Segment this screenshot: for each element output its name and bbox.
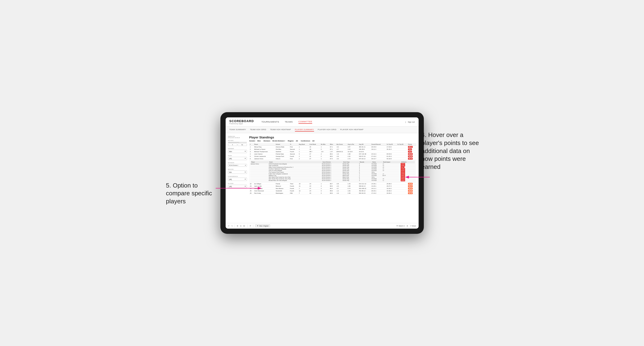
share-button[interactable]: ↗ Share — [410, 225, 416, 227]
gender-select[interactable]: Men ▾ — [228, 150, 247, 153]
cell-points[interactable]: 40.02 — [407, 187, 416, 190]
subnav-team-h2h-heatmap[interactable]: TEAM H2H HEATMAP — [270, 128, 291, 132]
exp-event: Mirabel Maui Jim Intercollegiate — [269, 180, 322, 181]
points-badge[interactable]: 68.2+ — [408, 146, 413, 148]
exp-rounds: 3 — [359, 168, 372, 170]
no-rds-slider[interactable] — [228, 142, 247, 143]
player-select[interactable]: (All) ▾ — [228, 185, 247, 188]
division-select[interactable]: NCAA Division I ▾ — [228, 164, 247, 167]
points-badge[interactable]: 38.49 — [408, 192, 413, 194]
division-label: Division — [228, 162, 247, 164]
table-row[interactable]: 3 Michael Thorbjornsen Stanford Fourth 1… — [249, 151, 416, 153]
cell-points[interactable]: 38.49 — [407, 192, 416, 194]
table-row[interactable]: 2 Michael La Sasso Ole Miss Second 1 18 … — [249, 148, 416, 151]
points-badge[interactable]: 68.94 — [408, 153, 413, 155]
watch-button[interactable]: 👁 Watch ▾ — [396, 225, 405, 227]
subnav-team-h2h-grid[interactable]: TEAM H2H GRID — [250, 128, 266, 132]
redo-button[interactable]: ↪ — [231, 225, 233, 227]
cell-avg-par: 3.07 — [347, 146, 358, 148]
cell-overall: 29-15-0 — [370, 146, 386, 148]
cell-adj-score: 208-06-13 — [336, 151, 347, 153]
exp-player — [251, 165, 269, 167]
cell-points[interactable]: 58.18 — [407, 158, 416, 160]
cell-points[interactable]: 40.27 — [407, 185, 416, 187]
cell-conf-rank: 24 — [309, 185, 320, 187]
gender-label: Gender — [228, 148, 247, 149]
col-vs25: Vs Top 25 — [386, 143, 396, 146]
exp-type: Match Play — [342, 172, 359, 173]
cell-wins: 68.6 — [329, 192, 336, 194]
cell-points[interactable]: 40.68 — [407, 182, 416, 185]
table-row[interactable]: 5 Christo Lamprecht Georgia Tech Fourth … — [249, 155, 416, 158]
subnav-player-h2h-heatmap[interactable]: PLAYER H2H HEATMAP — [340, 128, 364, 132]
watch-label: Watch — [398, 225, 403, 227]
table-row[interactable]: 6 Jackson Koivu Auburn First 2 27 1 67.5… — [249, 158, 416, 160]
cell-avg-sg: 616-168-22 — [358, 187, 371, 190]
cell-points[interactable]: 70.2 — [407, 151, 416, 153]
copy-button[interactable]: ⊡ — [240, 225, 242, 227]
table-row[interactable]: 24 Bastien Amat New Mexico Fourth 1 27 2… — [249, 187, 416, 190]
cell-player: Wenyi Ding — [254, 146, 275, 148]
year-select[interactable]: (All) ▾ — [228, 157, 247, 160]
table-row[interactable]: 22 Ian Gilligan Florida Third 10 24 1 68… — [249, 182, 416, 185]
exp-status: PLAYED — [372, 170, 382, 172]
cell-overall — [370, 151, 386, 153]
points-badge[interactable]: 58.18 — [408, 158, 413, 160]
subnav-player-h2h-grid[interactable]: PLAYER H2H GRID — [318, 128, 336, 132]
table-row[interactable]: 4 Luke Clanton Florida State Second 5 27… — [249, 153, 416, 155]
cell-reg-rank: 1 — [298, 148, 309, 151]
cell-points[interactable]: 60.89 — [407, 155, 416, 158]
exp-points-badge[interactable]: 66.40 — [401, 179, 405, 181]
conference-select[interactable]: (All) ▾ — [228, 177, 247, 181]
exp-rounds: 3 — [359, 173, 372, 175]
cell-school: Arizona State — [275, 146, 289, 148]
nav-teams[interactable]: TEAMS — [285, 120, 293, 124]
left-filter-panel: Update time: 27/01/2024 16:56:26 No Rds.… — [228, 136, 247, 221]
points-badge[interactable]: 40.02 — [408, 187, 413, 189]
table-row[interactable]: 23 Jack Lundin Missouri Fourth 11 24 0 8… — [249, 185, 416, 187]
cell-conf-rank: 88.7 — [309, 151, 320, 153]
table-row[interactable]: 1 Wenyi Ding Arizona State First 1 15 1 … — [249, 146, 416, 148]
cell-overall: 19-11-1 — [370, 148, 386, 151]
download-button[interactable]: ⬇ — [406, 225, 408, 227]
view-original-button[interactable]: 👁 View: Original — [255, 224, 270, 227]
points-badge[interactable]: 60.89 — [408, 156, 413, 157]
cell-points[interactable]: 70.2 — [407, 148, 416, 151]
nav-committee[interactable]: COMMITTEE — [298, 120, 312, 124]
table-row[interactable]: 26 Petr Hruby Washington Fifth 7 23 0 68… — [249, 192, 416, 194]
cell-player: Michael Thorbjornsen — [254, 151, 275, 153]
cell-adj-score: -3.2 — [336, 146, 347, 148]
nav-tournaments[interactable]: TOURNAMENTS — [261, 120, 279, 124]
cell-reg-rank: 5 — [298, 153, 309, 155]
clock-button[interactable]: ⏱ — [250, 225, 251, 227]
table-row[interactable]: 25 Cole Sherwood Vanderbilt Fourth 12 24… — [249, 190, 416, 192]
undo-button[interactable]: ↩ — [228, 225, 230, 227]
exp-event: Southern Highlands Collegiate — [269, 168, 322, 170]
points-badge[interactable]: 40.27 — [408, 185, 413, 187]
layout-button[interactable]: ⊞ · — [243, 225, 246, 227]
settings-button[interactable]: ⚙ — [237, 225, 238, 227]
subnav-player-summary[interactable]: PLAYER SUMMARY — [295, 128, 314, 132]
exp-player — [251, 175, 269, 176]
cell-yr: Fourth — [289, 151, 298, 153]
cell-points[interactable]: 68.2+ — [407, 146, 416, 148]
exp-points[interactable]: 66.40 — [401, 180, 414, 181]
sign-out-link[interactable]: Sign out — [408, 121, 414, 123]
no-rds-to[interactable]: 52 — [238, 144, 247, 146]
cell-points[interactable]: 38.95 — [407, 190, 416, 192]
exp-rank — [382, 176, 401, 178]
no-rds-from[interactable]: 4 — [228, 144, 237, 146]
cell-avg-par: 1.98 — [347, 153, 358, 155]
region-select[interactable]: N/A ▾ — [228, 171, 247, 174]
cell-points[interactable]: 68.94 — [407, 153, 416, 155]
cell-yr: Fourth — [289, 187, 298, 190]
points-badge[interactable]: 40.68 — [408, 183, 413, 185]
exp-division: NCAA Division I — [322, 163, 342, 165]
subnav-team-summary[interactable]: TEAM SUMMARY — [230, 128, 246, 132]
points-badge[interactable]: 70.2 — [408, 151, 412, 153]
cell-rds: 0 — [320, 190, 329, 192]
points-badge[interactable]: 38.95 — [408, 190, 413, 192]
points-badge[interactable]: 70.2 — [408, 148, 412, 150]
cell-rank: 23 — [249, 185, 254, 187]
cell-overall: 14-26-1 — [370, 182, 386, 185]
